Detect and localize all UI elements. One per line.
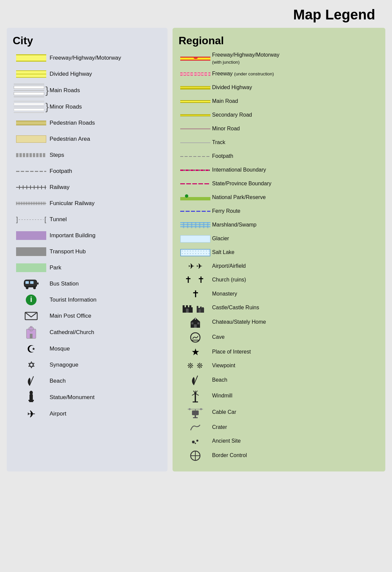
reg-cave-label: Cave xyxy=(212,334,224,341)
airport-city-icon: ✈ xyxy=(13,408,50,420)
reg-natpark-icon xyxy=(179,194,212,202)
pedestrian-roads-label: Pedestrian Roads xyxy=(50,119,95,127)
crescent-icon: ☪ xyxy=(27,343,36,355)
cross-reg-icon: ✝ ✝ xyxy=(185,275,206,285)
svg-rect-21 xyxy=(183,305,185,308)
reg-freeway-uc-icon xyxy=(179,72,212,76)
statue-monument-icon xyxy=(13,391,50,404)
list-item: ✈ ✈ Airport/Airfield xyxy=(179,261,379,272)
svg-rect-34 xyxy=(197,322,199,324)
reg-state-boundary-label: State/Province Boundary xyxy=(212,180,271,187)
railway-icon xyxy=(13,185,50,189)
important-building-icon xyxy=(13,231,50,240)
reg-chateau-label: Chateau/Stately Home xyxy=(212,319,266,326)
beach-city-icon xyxy=(13,375,50,387)
reg-track-icon xyxy=(179,142,212,143)
reg-airport-label: Airport/Airfield xyxy=(212,263,246,270)
reg-secondary-road-icon xyxy=(179,114,212,116)
list-item: Footpath xyxy=(179,151,379,162)
reg-viewpoint-icon: ❊ ❊ xyxy=(179,362,212,370)
list-item: Bus Station xyxy=(13,277,161,290)
reg-minor-road-icon xyxy=(179,128,212,129)
reg-marshland-label: Marshland/Swamp xyxy=(212,221,257,229)
svg-point-52 xyxy=(192,441,195,443)
list-item: Glacier xyxy=(179,234,379,244)
cathedral-church-label: Cathedral/Church xyxy=(50,329,94,336)
list-item: Transport Hub xyxy=(13,245,161,258)
city-column: City Freeway/Highway/Motorway Divided Hi… xyxy=(7,28,168,471)
minor-roads-label: Minor Roads xyxy=(50,103,82,111)
svg-rect-26 xyxy=(197,306,198,309)
list-item: Beach xyxy=(179,374,379,386)
cathedral-church-icon xyxy=(13,326,50,339)
list-item: ✈ Airport xyxy=(13,407,161,420)
list-item: Railway xyxy=(13,181,161,194)
statue-monument-label: Statue/Monument xyxy=(50,394,94,401)
list-item: Track xyxy=(179,137,379,148)
list-item: Chateau/Stately Home xyxy=(179,316,379,328)
main-roads-label: Main Roads xyxy=(50,87,80,94)
svg-point-43 xyxy=(194,392,196,394)
reg-footpath-icon xyxy=(179,156,212,157)
svg-rect-19 xyxy=(29,401,33,402)
svg-point-3 xyxy=(33,287,36,289)
reg-main-road-icon xyxy=(179,100,212,103)
svg-rect-17 xyxy=(29,394,33,400)
steps-label: Steps xyxy=(50,151,64,159)
list-item: Ancient Site xyxy=(179,436,379,447)
regional-column: Regional Freeway/Highway/Motorway(with j… xyxy=(173,28,385,471)
reg-cablecar-label: Cable Car xyxy=(212,409,236,416)
tunnel-icon: ] [ xyxy=(13,216,50,224)
list-item: } Main Roads xyxy=(13,84,161,97)
beach-city-label: Beach xyxy=(50,377,66,385)
list-item: National Park/Reserve xyxy=(179,192,379,203)
reg-main-road-label: Main Road xyxy=(212,98,238,105)
reg-cave-icon xyxy=(179,331,212,343)
list-item: International Boundary xyxy=(179,165,379,176)
reg-windmill-icon xyxy=(179,389,212,403)
divided-highway-label: Divided Highway xyxy=(50,70,92,78)
list-item: Park xyxy=(13,261,161,274)
reg-beach-icon xyxy=(179,374,212,386)
svg-rect-28 xyxy=(202,307,204,309)
svg-point-48 xyxy=(189,408,191,410)
reg-minor-road-label: Minor Road xyxy=(212,125,240,132)
svg-rect-23 xyxy=(189,305,191,308)
reg-crater-icon xyxy=(179,424,212,432)
list-item: Cave xyxy=(179,331,379,343)
reg-intl-boundary-label: International Boundary xyxy=(212,167,266,174)
regional-heading: Regional xyxy=(179,35,379,47)
list-item: Minor Road xyxy=(179,124,379,134)
reg-cablecar-icon xyxy=(179,406,212,419)
svg-rect-13 xyxy=(29,328,34,330)
steps-icon xyxy=(13,153,50,157)
minor-roads-icon: } xyxy=(13,101,50,113)
main-post-office-label: Main Post Office xyxy=(50,312,91,320)
reg-chateau-icon xyxy=(179,316,212,328)
reg-border-icon xyxy=(179,450,212,462)
reg-crater-label: Crater xyxy=(212,424,227,431)
airport-city-label: Airport xyxy=(50,410,66,418)
bus-station-icon xyxy=(13,278,50,290)
reg-state-boundary-icon xyxy=(179,183,212,184)
list-item: Castle/Castle Ruins xyxy=(179,303,379,313)
reg-poi-icon: ★ xyxy=(179,346,212,358)
svg-rect-4 xyxy=(25,281,29,284)
reg-footpath-label: Footpath xyxy=(212,153,233,160)
svg-rect-33 xyxy=(191,322,193,324)
divided-highway-icon xyxy=(13,70,50,78)
main-roads-icon: } xyxy=(13,84,50,97)
tourist-information-label: Tourist Information xyxy=(50,296,96,304)
list-item: Steps xyxy=(13,149,161,162)
page-title: Map Legend xyxy=(7,7,385,23)
list-item: Crater xyxy=(179,422,379,433)
svg-point-49 xyxy=(200,408,202,410)
list-item: Beach xyxy=(13,375,161,387)
freeway-highway-label: Freeway/Highway/Motorway xyxy=(50,54,121,62)
svg-rect-5 xyxy=(30,281,34,284)
reg-church-icon: ✝ ✝ xyxy=(179,275,212,285)
list-item: Pedestrian Area xyxy=(13,133,161,145)
city-heading: City xyxy=(13,35,161,47)
reg-castle-icon xyxy=(179,303,212,313)
pedestrian-area-icon xyxy=(13,135,50,143)
